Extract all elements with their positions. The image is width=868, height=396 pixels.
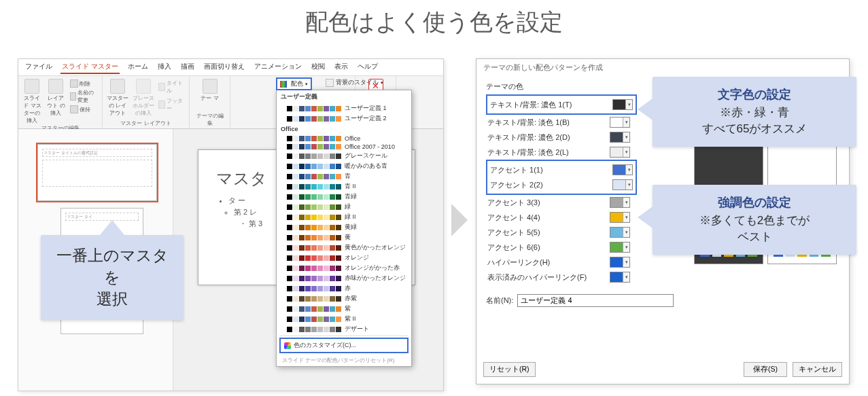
highlighted-color-group: アクセント 1(1)▾アクセント 2(2)▾ xyxy=(486,160,637,195)
color-scheme-item[interactable]: 緑 xyxy=(277,202,411,212)
insert-master-label: スライド マス ターの挿入 xyxy=(22,94,42,124)
theme-color-row: テキスト/背景: 淡色 2(L)▾ xyxy=(486,145,631,160)
color-picker-button[interactable]: ▾ xyxy=(610,272,630,283)
chevron-down-icon: ▾ xyxy=(625,180,632,190)
color-scheme-item[interactable]: オレンジがかった赤 xyxy=(277,263,411,273)
color-scheme-item[interactable]: 青 II xyxy=(277,181,411,192)
color-picker-button[interactable]: ▾ xyxy=(610,197,630,208)
insert-placeholder-button[interactable]: プレースホルダー の挿入 xyxy=(133,79,154,117)
color-picker-button[interactable]: ▾ xyxy=(610,242,630,253)
theme-color-label: アクセント 4(4) xyxy=(487,213,540,223)
color-picker-button[interactable]: ▾ xyxy=(610,212,630,223)
page-title: 配色はよく使う色を設定 xyxy=(0,0,868,50)
color-scheme-item[interactable]: 赤紫 xyxy=(277,293,411,304)
color-scheme-item[interactable]: デザート xyxy=(277,324,411,334)
callout-sub: ※赤・緑・青 すべて65がオススメ xyxy=(663,105,846,137)
color-picker-button[interactable]: ▾ xyxy=(610,257,630,268)
color-scheme-item[interactable]: オレンジ xyxy=(277,253,411,263)
chevron-down-icon: ▾ xyxy=(623,257,629,267)
color-scheme-item[interactable]: ユーザー定義 1 xyxy=(277,103,411,113)
color-scheme-item[interactable]: 紫 xyxy=(277,304,411,314)
chevron-down-icon: ▾ xyxy=(623,147,629,157)
ribbon-tabs: ファイルスライド マスターホーム挿入描画画面切り替えアニメーション校閲表示ヘルプ xyxy=(18,59,443,76)
delete-button[interactable]: 削除 xyxy=(70,79,98,88)
dropdown-office-rows: OfficeOffice 2007 - 2010グレースケール暖かみのある青青青… xyxy=(277,134,411,334)
title-checkbox[interactable]: タイトル xyxy=(158,79,185,95)
ribbon-tab[interactable]: 画面切り替え xyxy=(203,60,246,74)
slide-master-thumbnail[interactable]: 1 マスター タイトルの書式設定 xyxy=(37,144,157,201)
customize-colors-button[interactable]: 色のカスタマイズ(C)... xyxy=(279,338,409,353)
color-scheme-item[interactable]: 暖かみのある青 xyxy=(277,161,411,171)
color-scheme-item[interactable]: 紫 II xyxy=(277,314,411,324)
theme-color-label: テキスト/背景: 濃色 1(T) xyxy=(490,100,572,110)
color-picker-button[interactable]: ▾ xyxy=(612,164,633,175)
theme-color-row: アクセント 4(4)▾ xyxy=(486,210,631,225)
colors-button[interactable]: 配色 ▾ xyxy=(276,77,312,90)
theme-color-label: アクセント 5(5) xyxy=(487,228,540,238)
ribbon-tab[interactable]: スライド マスター xyxy=(60,60,120,74)
insert-slide-master-button[interactable]: スライド マス ターの挿入 xyxy=(22,79,42,124)
color-scheme-item[interactable]: 赤 xyxy=(277,283,411,293)
color-scheme-item[interactable]: 赤味がかったオレンジ xyxy=(277,273,411,283)
powerpoint-window: ファイルスライド マスターホーム挿入描画画面切り替えアニメーション校閲表示ヘルプ… xyxy=(18,58,444,391)
color-scheme-item[interactable]: ユーザー定義 2 xyxy=(277,113,411,124)
callout-title: 強調色の設定 xyxy=(663,194,846,211)
rename-button[interactable]: 名前の変更 xyxy=(70,88,98,105)
ribbon-tab[interactable]: 描画 xyxy=(179,60,196,74)
master-layout-button[interactable]: マスターの レイアウト xyxy=(107,79,128,117)
master-title-left: マスタ xyxy=(216,168,267,190)
background-style-button[interactable]: 背景のスタイル ▾ xyxy=(326,78,383,87)
ribbon-tab[interactable]: ヘルプ xyxy=(356,60,379,74)
theme-color-label: 表示済みのハイパーリンク(F) xyxy=(487,272,587,283)
color-picker-button[interactable]: ▾ xyxy=(610,117,630,128)
colors-label: 配色 xyxy=(291,79,303,88)
insert-layout-button[interactable]: レイアウト の挿入 xyxy=(46,79,66,117)
color-scheme-item[interactable]: グレースケール xyxy=(277,151,411,161)
color-scheme-item[interactable]: 青緑 xyxy=(277,192,411,202)
ribbon-tab[interactable]: 校閲 xyxy=(310,60,326,74)
callout-title: 文字色の設定 xyxy=(663,86,846,103)
preserve-button[interactable]: 保持 xyxy=(70,105,98,114)
save-button[interactable]: 保存(S) xyxy=(744,362,787,377)
ribbon-tab[interactable]: 挿入 xyxy=(156,60,173,74)
color-scheme-item[interactable]: 黄緑 xyxy=(277,222,411,232)
placeholder-label: プレースホルダー の挿入 xyxy=(133,94,154,117)
color-scheme-item[interactable]: 緑 II xyxy=(277,212,411,222)
color-picker-button[interactable]: ▾ xyxy=(612,99,633,110)
reset-button[interactable]: リセット(R) xyxy=(483,362,536,377)
theme-color-label: テキスト/背景: 淡色 1(B) xyxy=(487,118,570,128)
theme-button[interactable]: テー マ xyxy=(197,79,223,102)
theme-color-label: アクセント 6(6) xyxy=(487,242,540,253)
chevron-down-icon: ▾ xyxy=(623,198,629,207)
color-picker-button[interactable]: ▾ xyxy=(610,147,630,158)
ribbon-tab[interactable]: ホーム xyxy=(126,60,150,74)
dropdown-section-user: ユーザー定義 xyxy=(277,90,411,103)
chevron-down-icon: ▾ xyxy=(623,118,629,127)
chevron-down-icon: ▾ xyxy=(625,100,632,109)
theme-color-row: テキスト/背景: 濃色 1(T)▾ xyxy=(489,97,634,112)
chevron-down-icon: ▾ xyxy=(623,242,629,252)
ribbon-tab[interactable]: ファイル xyxy=(24,60,54,74)
color-scheme-item[interactable]: 青 xyxy=(277,171,411,181)
reset-colors-button[interactable]: スライド テーマの配色パターンのリセット(R) xyxy=(277,355,411,366)
callout-text: 一番上のマスタを 選択 xyxy=(52,245,173,310)
cancel-button[interactable]: キャンセル xyxy=(793,362,842,377)
ribbon-tab[interactable]: アニメーション xyxy=(253,60,303,74)
group-theme-edit-label: テーマの編集 xyxy=(194,112,226,127)
ribbon-body: スライド マス ターの挿入 レイアウト の挿入 削除 名前の変更 保持 マスター… xyxy=(18,76,443,129)
color-picker-button[interactable]: ▾ xyxy=(610,227,630,238)
callout-sub: ※多くても2色までが ベスト xyxy=(663,213,846,245)
color-scheme-item[interactable]: 黄色がかったオレンジ xyxy=(277,242,411,253)
color-scheme-item[interactable]: 黄 xyxy=(277,232,411,242)
theme-color-label: ハイパーリンク(H) xyxy=(487,257,550,268)
theme-color-label: テキスト/背景: 淡色 2(L) xyxy=(487,147,569,158)
footer-checkbox[interactable]: フッター xyxy=(158,96,185,113)
theme-color-label: アクセント 3(3) xyxy=(487,198,540,208)
color-picker-button[interactable]: ▾ xyxy=(610,132,630,143)
color-scheme-item[interactable]: Office xyxy=(277,134,411,143)
color-picker-button[interactable]: ▾ xyxy=(612,179,633,190)
color-scheme-item[interactable]: Office 2007 - 2010 xyxy=(277,143,411,151)
theme-color-row: 表示済みのハイパーリンク(F)▾ xyxy=(486,270,631,285)
ribbon-tab[interactable]: 表示 xyxy=(333,60,349,74)
theme-name-input[interactable] xyxy=(517,294,674,307)
